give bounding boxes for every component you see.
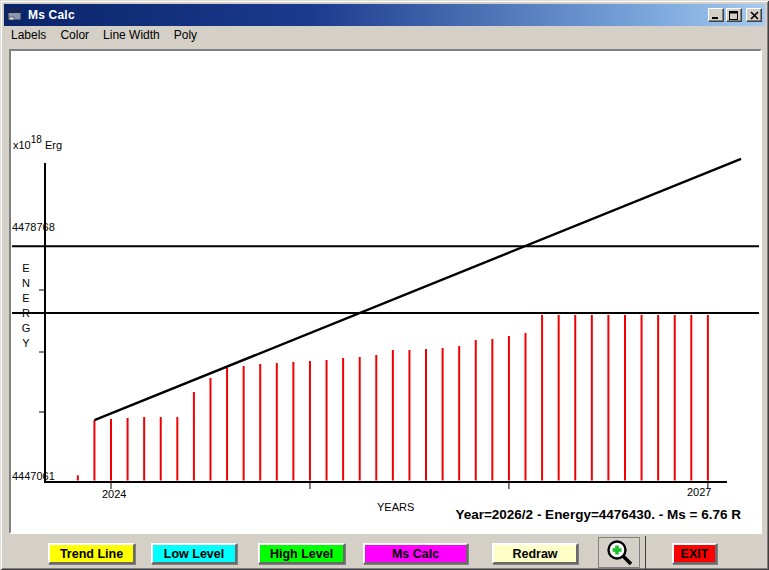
maximize-button[interactable] — [726, 8, 742, 22]
menu-labels[interactable]: Labels — [4, 26, 53, 44]
energy-chart — [11, 51, 760, 532]
chart-panel: x1018 Erg 4478768 ENERGY 4447061 2024 20… — [9, 49, 762, 534]
y-axis-max-value: 4478768 — [12, 221, 55, 233]
minimize-icon — [711, 11, 721, 20]
title-bar[interactable]: Ms Calc — [4, 4, 765, 26]
maximize-icon — [729, 11, 739, 20]
close-icon — [750, 11, 759, 20]
x-axis-title: YEARS — [377, 501, 414, 513]
low-level-button[interactable]: Low Level — [151, 543, 237, 564]
y-axis-title: ENERGY — [20, 262, 32, 352]
app-icon — [7, 7, 23, 23]
minimize-button[interactable] — [708, 8, 724, 22]
toolbar-divider — [645, 536, 646, 569]
app-window: Ms Calc Labels Color Line Width Poly x10… — [0, 0, 769, 570]
menu-color[interactable]: Color — [53, 26, 96, 44]
zoom-button[interactable] — [598, 537, 640, 568]
window-controls — [708, 8, 762, 22]
y-axis-min-value: 4447061 — [12, 470, 55, 482]
close-button[interactable] — [746, 8, 762, 22]
y-axis-unit-label: x1018 Erg — [13, 139, 62, 151]
menu-poly[interactable]: Poly — [167, 26, 204, 44]
ms-calc-button[interactable]: Ms Calc — [363, 543, 468, 564]
magnifier-plus-icon — [604, 539, 634, 567]
trend-line-button[interactable]: Trend Line — [48, 543, 135, 564]
menu-bar: Labels Color Line Width Poly — [4, 26, 765, 44]
x-tick-label-2027: 2027 — [687, 486, 711, 498]
menu-line-width[interactable]: Line Width — [96, 26, 167, 44]
button-bar: Trend Line Low Level High Level Ms Calc … — [0, 534, 769, 570]
x-tick-label-2024: 2024 — [102, 488, 126, 500]
exit-button[interactable]: EXIT — [672, 543, 717, 564]
redraw-button[interactable]: Redraw — [492, 543, 578, 564]
window-title: Ms Calc — [28, 8, 75, 22]
status-readout: Year=2026/2 - Energy=4476430. - Ms = 6.7… — [455, 507, 741, 522]
high-level-button[interactable]: High Level — [258, 543, 345, 564]
